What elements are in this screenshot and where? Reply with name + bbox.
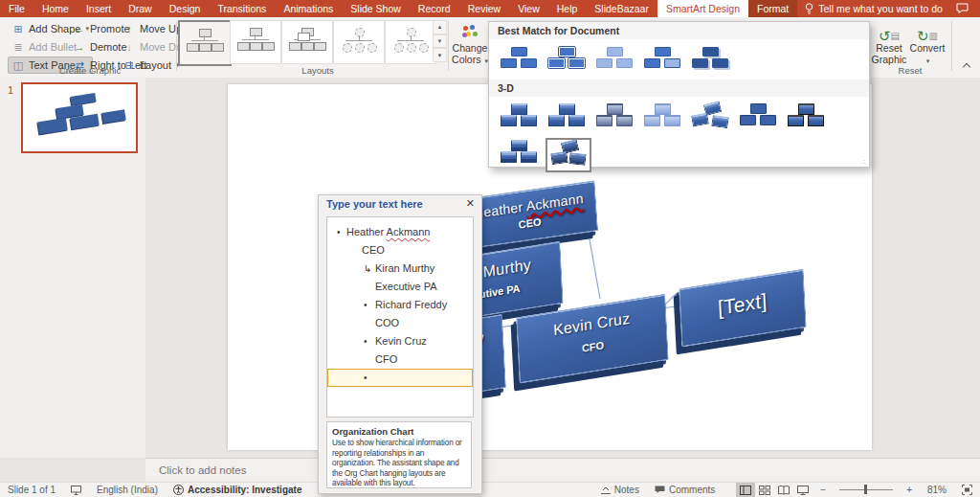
group-layouts: ▲ ▼ ▼ Layouts xyxy=(178,17,457,78)
zoom-in-button[interactable]: + xyxy=(899,483,920,497)
style-thumb-td6[interactable] xyxy=(737,102,779,132)
language-indicator[interactable]: English (India) xyxy=(89,483,166,497)
text-pane-row-7[interactable]: •Kevin Cruz xyxy=(327,332,473,350)
text-pane-item-text: Executive PA xyxy=(375,278,437,296)
tab-smartart-design[interactable]: SmartArt Design xyxy=(657,0,748,17)
layout-item-3[interactable] xyxy=(281,20,333,64)
style-thumb-bm5[interactable] xyxy=(689,44,731,75)
zoom-slider-thumb[interactable] xyxy=(864,485,867,494)
layout-info-description: Use to show hierarchical information or … xyxy=(332,439,466,488)
popup-resize-grip[interactable]: .: xyxy=(860,157,866,166)
text-pane-item-text: Kevin Cruz xyxy=(375,332,427,350)
bullet-icon: • xyxy=(364,369,368,387)
tell-me-box[interactable]: Tell me what you want to do xyxy=(797,0,950,17)
text-pane-title: Type your text here xyxy=(326,198,423,210)
display-settings-icon[interactable] xyxy=(63,483,89,497)
collapse-ribbon-icon[interactable] xyxy=(961,62,972,74)
threed-row xyxy=(489,97,869,177)
demote-arrow-icon: → xyxy=(73,41,86,53)
tab-draw[interactable]: Draw xyxy=(120,0,161,17)
tab-insert[interactable]: Insert xyxy=(78,0,120,17)
style-thumb-td7[interactable] xyxy=(785,102,827,132)
text-pane-row-1[interactable]: •Heather Ackmann xyxy=(327,223,473,241)
text-pane-row-6[interactable]: COO xyxy=(327,314,473,332)
text-pane-row-3[interactable]: ↳Kiran Murthy xyxy=(327,260,473,278)
layout-item-4[interactable] xyxy=(333,20,385,64)
popup-header-3d: 3-D xyxy=(489,79,869,97)
tab-slidebazaar[interactable]: SlideBazaar xyxy=(586,0,657,17)
style-thumb-td2[interactable] xyxy=(546,102,588,132)
text-pane-row-8[interactable]: CFO xyxy=(327,350,473,369)
text-pane-row-2[interactable]: CEO xyxy=(327,241,473,260)
org-chart-layout xyxy=(186,28,224,58)
smartart-styles-popup: Best Match for Document 3-D .: xyxy=(488,21,870,168)
style-thumb-bm1[interactable] xyxy=(498,44,540,75)
tab-view[interactable]: View xyxy=(509,0,548,17)
text-pane-item-text: Heather Ackmann xyxy=(346,223,430,241)
layout-item-1[interactable] xyxy=(178,20,232,66)
reset-label-1: Reset xyxy=(876,42,902,54)
popup-header-best-match: Best Match for Document xyxy=(489,22,869,39)
text-pane-item-text: CEO xyxy=(362,241,385,260)
style-thumb-bm4[interactable] xyxy=(641,44,683,75)
change-colors-button[interactable]: Change Colors ▾ xyxy=(452,19,488,75)
tab-format[interactable]: Format xyxy=(748,0,797,17)
name-title-org-chart-layout xyxy=(288,27,326,57)
gallery-scroll-down-button[interactable]: ▼ xyxy=(433,34,447,49)
slide-sorter-button[interactable] xyxy=(755,483,774,497)
gallery-more-button[interactable]: ▼ xyxy=(433,48,447,62)
circle-hierarchy-layout xyxy=(391,27,430,57)
style-thumb-td1[interactable] xyxy=(498,102,540,132)
notes-toggle-button[interactable]: Notes xyxy=(593,483,647,497)
style-thumb-bm3[interactable] xyxy=(593,44,635,75)
zoom-slider[interactable] xyxy=(839,489,893,490)
change-colors-label-2: Colors ▾ xyxy=(452,54,488,67)
slide-show-button[interactable] xyxy=(793,483,813,497)
tab-file[interactable]: File xyxy=(0,0,33,17)
zoom-level[interactable]: 81% xyxy=(920,483,954,497)
style-thumb-td9[interactable] xyxy=(546,138,591,172)
slide-thumbnail[interactable] xyxy=(21,82,138,153)
comment-icon[interactable] xyxy=(956,3,969,13)
text-pane-list: •Heather AckmannCEO↳Kiran MurthyExecutiv… xyxy=(326,216,474,418)
text-pane-row-9[interactable]: • xyxy=(327,369,473,387)
style-thumb-td3[interactable] xyxy=(593,102,635,132)
bullet-icon: • xyxy=(364,332,368,350)
tab-help[interactable]: Help xyxy=(548,0,587,17)
text-pane-row-4[interactable]: Executive PA xyxy=(327,278,473,296)
half-circle-org-chart-layout xyxy=(340,27,378,57)
style-thumb-td8[interactable] xyxy=(498,138,540,169)
gallery-scroll-up-button[interactable]: ▲ xyxy=(433,20,447,34)
close-icon[interactable]: ✕ xyxy=(466,197,475,210)
tab-design[interactable]: Design xyxy=(161,0,210,17)
tab-slide-show[interactable]: Slide Show xyxy=(342,0,410,17)
reading-view-button[interactable] xyxy=(774,483,793,497)
comments-toggle-button[interactable]: Comments xyxy=(647,483,723,497)
lightbulb-icon xyxy=(805,3,813,14)
notes-pane[interactable]: Click to add notes xyxy=(145,458,980,482)
tab-home[interactable]: Home xyxy=(33,0,78,17)
layout-item-5[interactable] xyxy=(385,20,436,64)
org-chart-picture-layout xyxy=(236,27,275,57)
layout-info-box: Organization Chart Use to show hierarchi… xyxy=(326,421,472,488)
text-pane-item-text: Richard Freddy xyxy=(375,296,447,314)
tab-review[interactable]: Review xyxy=(459,0,509,17)
demote-bullet-icon: ↳ xyxy=(364,260,371,278)
status-bar-right: Notes Comments − + 81% xyxy=(593,483,980,497)
layout-info-title: Organization Chart xyxy=(332,426,466,437)
zoom-out-button[interactable]: − xyxy=(813,483,834,497)
tab-record[interactable]: Record xyxy=(410,0,459,17)
style-thumb-td5[interactable] xyxy=(689,102,731,132)
normal-view-button[interactable] xyxy=(736,483,755,497)
view-buttons xyxy=(736,483,813,497)
accessibility-indicator[interactable]: Accessibility: Investigate xyxy=(166,483,310,497)
text-pane-row-5[interactable]: •Richard Freddy xyxy=(327,296,473,314)
layout-item-2[interactable] xyxy=(230,20,281,64)
ribbon-separator xyxy=(448,21,449,71)
style-thumb-bm2[interactable] xyxy=(546,44,588,75)
tab-transitions[interactable]: Transitions xyxy=(209,0,275,17)
slide-indicator: Slide 1 of 1 xyxy=(0,483,63,497)
tab-animations[interactable]: Animations xyxy=(275,0,342,17)
style-thumb-td4[interactable] xyxy=(641,102,683,132)
fit-slide-icon[interactable] xyxy=(954,483,980,497)
